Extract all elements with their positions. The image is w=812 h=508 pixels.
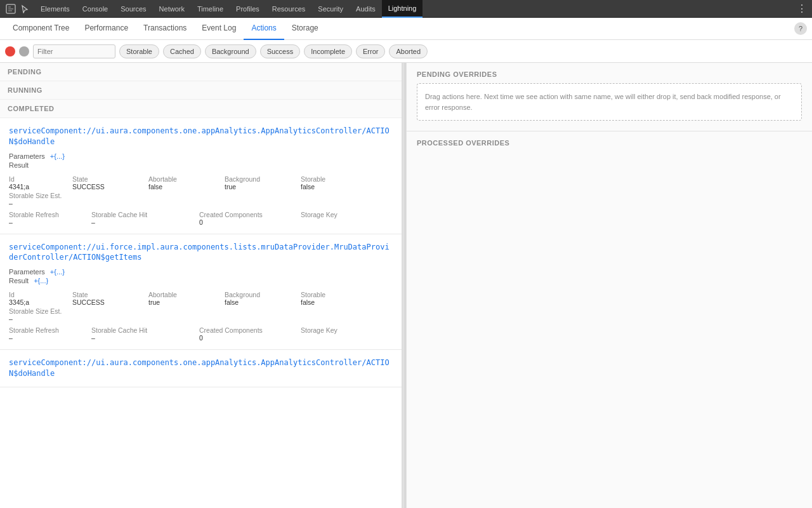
- action-meta-grid2-2: Storable Refresh – Storable Cache Hit – …: [9, 326, 393, 342]
- action-card-3[interactable]: serviceComponent://ui.aura.components.on…: [0, 350, 402, 387]
- divider-line: [405, 63, 405, 508]
- filter-chip-aborted[interactable]: Aborted: [389, 44, 428, 58]
- processed-overrides-section: PROCESSED OVERRIDES: [407, 131, 812, 154]
- nav-tab-profiles[interactable]: Profiles: [230, 0, 266, 18]
- section-pending: PENDING: [0, 63, 402, 81]
- filter-chip-success[interactable]: Success: [260, 44, 301, 58]
- action-title-1[interactable]: serviceComponent://ui.aura.components.on…: [9, 126, 393, 147]
- main-layout: PENDING RUNNING COMPLETED serviceCompone…: [0, 63, 812, 508]
- storable-size-label-1: Storable Size Est.: [9, 192, 393, 199]
- action-meta-grid-1: Id 4341;a State SUCCESS Abortable false …: [9, 175, 393, 190]
- cache-hit-value-2: –: [91, 334, 199, 342]
- abortable-value-1: false: [148, 183, 225, 190]
- nav-tab-resources[interactable]: Resources: [266, 0, 312, 18]
- action-title-3[interactable]: serviceComponent://ui.aura.components.on…: [9, 358, 393, 379]
- abortable-label-1: Abortable: [148, 175, 225, 183]
- abortable-label-2: Abortable: [148, 291, 225, 298]
- params-expand-2[interactable]: +{...}: [50, 268, 65, 276]
- filter-chip-cached[interactable]: Cached: [163, 44, 201, 58]
- params-label-1: Parameters: [9, 152, 45, 160]
- filter-chip-incomplete[interactable]: Incomplete: [304, 44, 352, 58]
- action-result-row-2: Result +{...}: [9, 277, 393, 284]
- cache-hit-value-1: –: [91, 218, 199, 226]
- actions-left-panel: PENDING RUNNING COMPLETED serviceCompone…: [0, 63, 403, 508]
- created-components-value-2: 0: [199, 334, 301, 342]
- action-params-row-2: Parameters +{...}: [9, 268, 393, 276]
- id-label-2: Id: [9, 291, 72, 298]
- filter-input[interactable]: [33, 44, 115, 58]
- nav-tab-console[interactable]: Console: [76, 0, 114, 18]
- top-nav-bar: Elements Console Sources Network Timelin…: [0, 0, 812, 18]
- actions-right-panel: PENDING OVERRIDES Drag actions here. Nex…: [407, 63, 812, 508]
- action-params-row-1: Parameters +{...}: [9, 152, 393, 160]
- action-title-2[interactable]: serviceComponent://ui.force.impl.aura.co…: [9, 242, 393, 264]
- actions-toolbar: Storable Cached Background Success Incom…: [0, 40, 812, 63]
- pointer-icon[interactable]: [19, 3, 30, 15]
- help-button[interactable]: ?: [794, 22, 807, 35]
- created-components-label-1: Created Components: [199, 211, 301, 218]
- action-card-1[interactable]: serviceComponent://ui.aura.components.on…: [0, 118, 402, 234]
- cache-hit-label-1: Storable Cache Hit: [91, 211, 199, 218]
- processed-overrides-title: PROCESSED OVERRIDES: [417, 139, 802, 147]
- filter-chip-background[interactable]: Background: [205, 44, 256, 58]
- background-label-2: Background: [225, 291, 301, 298]
- storable-refresh-label-2: Storable Refresh: [9, 326, 91, 334]
- section-completed: COMPLETED: [0, 100, 402, 118]
- filter-chip-error[interactable]: Error: [356, 44, 385, 58]
- storable-refresh-value-1: –: [9, 218, 91, 226]
- more-tabs-button[interactable]: ⋮: [797, 3, 807, 15]
- created-components-value-1: 0: [199, 218, 301, 226]
- nav-tab-elements[interactable]: Elements: [34, 0, 76, 18]
- storage-key-label-2: Storage Key: [301, 326, 393, 334]
- nav-tab-lightning[interactable]: Lightning: [382, 0, 423, 18]
- pause-button[interactable]: [19, 46, 29, 57]
- created-components-label-2: Created Components: [199, 326, 301, 334]
- tab-actions[interactable]: Actions: [244, 18, 284, 40]
- tab-transactions[interactable]: Transactions: [136, 18, 194, 40]
- state-value-1: SUCCESS: [72, 183, 148, 190]
- params-expand-1[interactable]: +{...}: [50, 152, 65, 160]
- cache-hit-label-2: Storable Cache Hit: [91, 326, 199, 334]
- background-value-2: false: [225, 298, 301, 306]
- section-running: RUNNING: [0, 81, 402, 100]
- background-label-1: Background: [225, 175, 301, 183]
- tab-component-tree[interactable]: Component Tree: [5, 18, 77, 40]
- storable-size-label-2: Storable Size Est.: [9, 307, 393, 315]
- storable-value-2: false: [301, 298, 393, 306]
- storable-label-2: Storable: [301, 291, 393, 298]
- storable-size-value-2: –: [9, 315, 393, 323]
- action-result-row-1: Result: [9, 161, 393, 169]
- storable-size-value-1: –: [9, 199, 393, 207]
- params-label-2: Parameters: [9, 268, 45, 276]
- tab-storage[interactable]: Storage: [284, 18, 326, 40]
- background-value-1: true: [225, 183, 301, 190]
- nav-tab-network[interactable]: Network: [153, 0, 191, 18]
- id-value-1: 4341;a: [9, 183, 72, 190]
- result-label-2: Result: [9, 277, 29, 284]
- secondary-tab-bar: Component Tree Performance Transactions …: [0, 18, 812, 40]
- tab-event-log[interactable]: Event Log: [194, 18, 244, 40]
- pending-overrides-title: PENDING OVERRIDES: [417, 70, 802, 78]
- record-button[interactable]: [5, 46, 15, 57]
- nav-tab-security[interactable]: Security: [311, 0, 350, 18]
- storable-value-1: false: [301, 183, 393, 190]
- id-label-1: Id: [9, 175, 72, 183]
- result-expand-2[interactable]: +{...}: [34, 277, 48, 284]
- nav-tab-audits[interactable]: Audits: [350, 0, 382, 18]
- drag-drop-zone[interactable]: Drag actions here. Next time we see acti…: [417, 83, 802, 121]
- id-value-2: 3345;a: [9, 298, 72, 306]
- filter-chip-storable[interactable]: Storable: [119, 44, 159, 58]
- nav-tab-timeline[interactable]: Timeline: [191, 0, 230, 18]
- drop-zone-text: Drag actions here. Next time we see acti…: [425, 93, 781, 111]
- pending-overrides-section: PENDING OVERRIDES Drag actions here. Nex…: [407, 63, 812, 128]
- nav-tab-sources[interactable]: Sources: [114, 0, 152, 18]
- state-label-2: State: [72, 291, 148, 298]
- action-meta-grid-2: Id 3345;a State SUCCESS Abortable true B…: [9, 291, 393, 306]
- state-label-1: State: [72, 175, 148, 183]
- result-label-1: Result: [9, 161, 29, 169]
- tab-performance[interactable]: Performance: [77, 18, 136, 40]
- storable-label-1: Storable: [301, 175, 393, 183]
- abortable-value-2: true: [148, 298, 225, 306]
- action-card-2[interactable]: serviceComponent://ui.force.impl.aura.co…: [0, 234, 402, 351]
- storable-refresh-label-1: Storable Refresh: [9, 211, 91, 218]
